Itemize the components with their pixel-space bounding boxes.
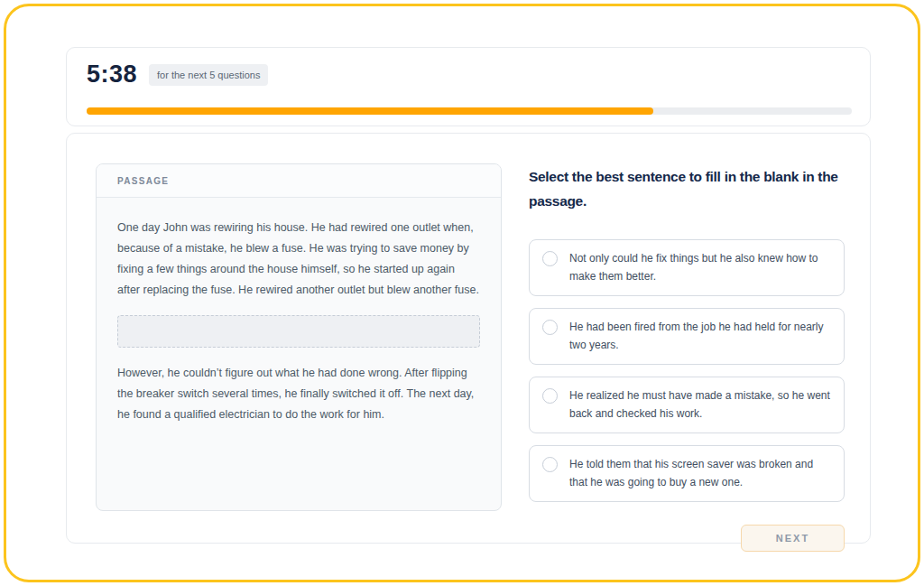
radio-icon[interactable] [542, 388, 558, 404]
answer-options-list: Not only could he fix things but he also… [529, 239, 845, 502]
timer-row: 5:38 for the next 5 questions [87, 60, 268, 88]
question-column: Select the best sentence to fill in the … [529, 164, 845, 552]
passage-paragraph-1: One day John was rewiring his house. He … [117, 218, 480, 301]
answer-option-label: He told them that his screen saver was b… [569, 456, 830, 491]
answer-option-label: He realized he must have made a mistake,… [569, 387, 830, 423]
next-button[interactable]: NEXT [741, 525, 845, 552]
passage-panel-header: PASSAGE [97, 164, 501, 198]
passage-paragraph-2: However, he couldn’t figure out what he … [117, 363, 480, 425]
answer-option-1[interactable]: Not only could he fix things but he also… [529, 239, 845, 296]
timer-note-badge: for the next 5 questions [149, 64, 268, 86]
passage-body: One day John was rewiring his house. He … [97, 198, 501, 425]
progress-bar-track [87, 107, 852, 115]
answer-option-2[interactable]: He had been fired from the job he had he… [529, 308, 845, 365]
answer-option-label: He had been fired from the job he had he… [569, 319, 830, 354]
progress-fill [87, 107, 653, 115]
question-card: PASSAGE One day John was rewiring his ho… [66, 133, 871, 544]
timer-card: 5:38 for the next 5 questions [66, 47, 871, 126]
question-prompt: Select the best sentence to fill in the … [529, 164, 845, 213]
passage-header-label: PASSAGE [117, 176, 169, 186]
window-frame: 5:38 for the next 5 questions PASSAGE On… [4, 4, 920, 582]
radio-icon[interactable] [542, 320, 558, 335]
answer-option-4[interactable]: He told them that his screen saver was b… [529, 445, 845, 502]
next-button-row: NEXT [529, 525, 845, 552]
passage-panel: PASSAGE One day John was rewiring his ho… [96, 163, 502, 511]
radio-icon[interactable] [542, 251, 558, 266]
timer-countdown: 5:38 [87, 60, 137, 88]
radio-icon[interactable] [542, 457, 558, 472]
answer-option-3[interactable]: He realized he must have made a mistake,… [529, 377, 845, 433]
passage-blank-slot [117, 315, 480, 348]
answer-option-label: Not only could he fix things but he also… [569, 250, 830, 285]
